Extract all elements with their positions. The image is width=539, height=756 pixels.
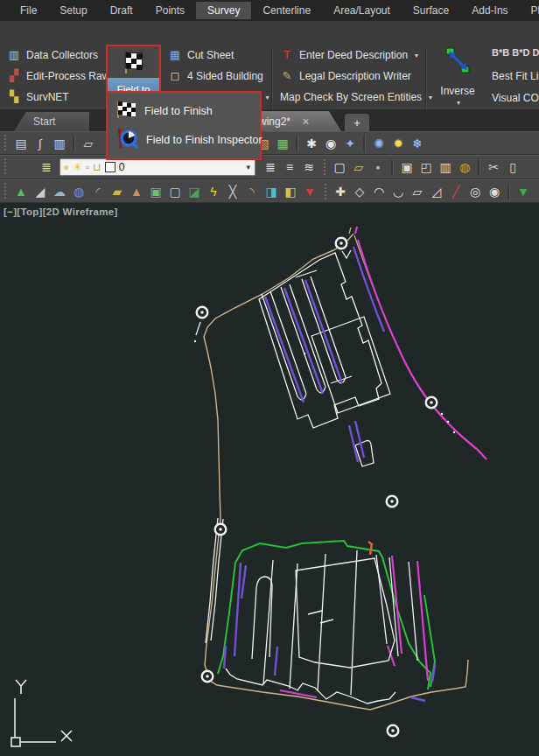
break-line-icon[interactable]: ╱ xyxy=(447,183,465,200)
dump-truck-icon[interactable]: ◧ xyxy=(282,183,299,200)
light-snow-icon[interactable]: ❄ xyxy=(409,135,426,152)
layer-isolate-icon[interactable]: ≋ xyxy=(300,158,318,176)
menu-surface[interactable]: Surface xyxy=(402,2,460,19)
best-fit-line-item[interactable]: Best Fit Lin xyxy=(492,70,539,82)
combo-dropdown-icon[interactable]: ▾ xyxy=(246,163,252,172)
ribbon-map-check[interactable]: Map Check By Screen Entities ▾ xyxy=(280,89,432,105)
ribbon-item-icon: ▦ xyxy=(168,48,182,62)
inverse-button[interactable]: Inverse ▾ xyxy=(432,46,483,110)
layer-states-icon[interactable]: ≡ xyxy=(281,158,298,176)
ribbon-enter-deed-description[interactable]: T Enter Deed Description ▾ xyxy=(280,47,432,63)
light-bulb-icon[interactable]: ✹ xyxy=(389,135,407,152)
road-white-2 xyxy=(211,519,223,640)
layer-previous-icon[interactable]: ≣ xyxy=(262,158,279,176)
point-node xyxy=(194,340,196,342)
ribbon-cut-sheet[interactable]: ▦ Cut Sheet xyxy=(168,47,269,63)
light-spot-icon[interactable]: ✺ xyxy=(370,135,388,152)
hydro-basin-icon[interactable]: ▢ xyxy=(166,183,184,200)
toolbar-row3-icons: ▲◢☁◍◜▰▲▣▢◪ϟ╳◝◨◧▼✚◇◠◡▱◿╱◎◉▼ xyxy=(11,183,533,200)
ribbon-data-collectors[interactable]: ▥ Data Collectors xyxy=(7,47,109,63)
layer-combo[interactable]: ● ☀ ▫ ⊔ 0 ▾ xyxy=(60,158,256,176)
dropdown-item-field-to-finish[interactable]: Field to Finish xyxy=(108,97,260,125)
menu-survey[interactable]: Survey xyxy=(196,2,251,19)
toolbar-grip[interactable] xyxy=(3,158,7,176)
app-window: { "menubar": { "items": [ {"name":"menu-… xyxy=(0,0,539,756)
drawing-linework xyxy=(0,203,539,756)
road-design-icon[interactable]: ◢ xyxy=(32,183,49,200)
lower-roofline-zigzag xyxy=(226,668,396,704)
magic-wand-icon[interactable]: ✦ xyxy=(341,135,359,152)
ribbon-legal-description-writer[interactable]: ✎ Legal Description Writer xyxy=(280,68,432,84)
ribbon-4-sided-building[interactable]: ◻ 4 Sided Building xyxy=(168,68,269,84)
ribbon-edit-process-raw[interactable]: ▞ Edit-Process Raw xyxy=(7,68,109,84)
toolbar-modules: ▲◢☁◍◜▰▲▣▢◪ϟ╳◝◨◧▼✚◇◠◡▱◿╱◎◉▼ xyxy=(0,179,539,203)
menu-points[interactable]: Points xyxy=(144,2,196,19)
menu-add-ins[interactable]: Add-Ins xyxy=(460,2,519,19)
folder-up-icon[interactable]: ▥ xyxy=(51,135,68,152)
toolbar-row1-left: ▤∫▥▱ xyxy=(11,135,98,152)
camera-icon[interactable]: ▰ xyxy=(108,183,126,200)
ribbon-survnet[interactable]: ▚ SurvNET xyxy=(7,89,109,105)
model-space-canvas[interactable]: [−][Top][2D Wireframe] xyxy=(0,203,539,756)
plot-icon[interactable]: ▥ xyxy=(437,158,454,176)
erase-circle-icon[interactable]: ◎ xyxy=(466,183,484,200)
publish-globe-icon[interactable]: ◍ xyxy=(456,158,473,176)
hydrology-icon[interactable]: ☁ xyxy=(51,183,68,200)
spline-tool-icon[interactable]: ∫ xyxy=(32,135,49,152)
point-node xyxy=(304,353,305,354)
plumb-bob-icon[interactable]: ▼ xyxy=(301,183,318,200)
open-drawing-icon[interactable]: ▱ xyxy=(80,135,97,152)
new-tab-button[interactable]: + xyxy=(345,114,369,131)
edit-circle-icon[interactable]: ◉ xyxy=(486,183,503,200)
new-file-icon[interactable]: ▢ xyxy=(331,158,348,176)
menu-centerline[interactable]: Centerline xyxy=(251,2,322,19)
print-icon[interactable]: ▣ xyxy=(398,158,416,176)
menu-area-layout[interactable]: Area/Layout xyxy=(322,2,402,19)
takeoff-clipboard-icon[interactable]: ▣ xyxy=(147,183,164,200)
filter-icon[interactable]: ▼ xyxy=(514,183,532,200)
menu-file[interactable]: File xyxy=(9,2,48,19)
mining-tools-icon[interactable]: ╳ xyxy=(224,183,242,200)
cut-scissors-icon[interactable]: ✂ xyxy=(485,158,502,176)
power-bolt-icon[interactable]: ϟ xyxy=(205,183,222,200)
copy-icon[interactable]: ▯ xyxy=(504,158,522,176)
layer-on-bulb-icon[interactable]: ● xyxy=(63,162,69,172)
site-landscape-icon[interactable]: ◪ xyxy=(186,183,203,200)
layer-vp-freeze-icon[interactable]: ▫ xyxy=(86,162,89,172)
gis-globe-icon[interactable]: ◍ xyxy=(70,183,88,200)
stockpile-icon[interactable]: ▲ xyxy=(128,183,145,200)
layer-freeze-sun-icon[interactable]: ☀ xyxy=(73,162,82,172)
import-drawing-icon[interactable]: ▤ xyxy=(12,135,30,152)
mine-cart-icon[interactable]: ◨ xyxy=(262,183,280,200)
move-point-icon[interactable]: ✚ xyxy=(332,183,349,200)
survey-instrument-icon[interactable]: ▲ xyxy=(12,183,30,200)
drillhole-icon[interactable]: ◝ xyxy=(243,183,261,200)
toolbar-grip[interactable] xyxy=(3,135,7,152)
dropdown-item-field-to-finish-inspector[interactable]: Field to Finish Inspector xyxy=(108,126,260,154)
layer-lock-icon[interactable]: ⊔ xyxy=(93,162,101,172)
slope-edit-icon[interactable]: ◿ xyxy=(428,183,445,200)
arc-point-icon[interactable]: ◠ xyxy=(370,183,388,200)
surface-edit-icon[interactable]: ◇ xyxy=(351,183,368,200)
color-palette-icon[interactable]: ▦ xyxy=(274,135,291,152)
menu-setup[interactable]: Setup xyxy=(48,2,98,19)
menu-plug-ins[interactable]: Plug-ins xyxy=(520,2,539,19)
layers-manager-icon[interactable]: ≣ xyxy=(38,158,55,176)
save-file-icon[interactable]: ▪ xyxy=(369,158,387,176)
best-fit-icons[interactable]: B*B B*D D xyxy=(492,47,539,58)
visual-cogo-item[interactable]: Visual COG xyxy=(492,92,539,104)
open-file-icon[interactable]: ▱ xyxy=(350,158,368,176)
close-tab-icon[interactable]: × xyxy=(303,116,309,128)
ribbon-item-icon: ▚ xyxy=(7,90,21,104)
layer-color-swatch[interactable] xyxy=(105,162,116,172)
toolbar-grip[interactable] xyxy=(3,183,7,200)
shape-point-icon[interactable]: ▱ xyxy=(409,183,426,200)
geology-pick-icon[interactable]: ◜ xyxy=(89,183,107,200)
ucs-icon xyxy=(11,680,72,746)
tab-start[interactable]: Start xyxy=(14,112,89,131)
curve-point-icon[interactable]: ◡ xyxy=(389,183,407,200)
settings-gear-icon[interactable]: ✱ xyxy=(303,135,320,152)
menu-draft[interactable]: Draft xyxy=(99,2,144,19)
print-preview-icon[interactable]: ◰ xyxy=(417,158,435,176)
view-eye-icon[interactable]: ◉ xyxy=(322,135,340,152)
